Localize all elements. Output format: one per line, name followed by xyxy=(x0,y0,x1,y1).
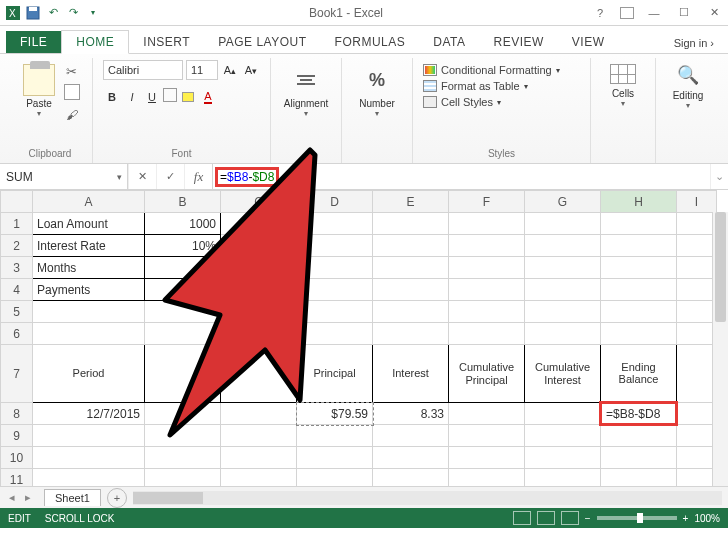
scrollbar-thumb[interactable] xyxy=(715,212,726,322)
redo-icon[interactable]: ↷ xyxy=(64,4,82,22)
cell-D8[interactable]: $79.59 xyxy=(297,403,373,425)
cell-D9[interactable] xyxy=(297,425,373,447)
editing-button[interactable]: Editing ▾ xyxy=(666,60,710,110)
cell-H7[interactable]: Ending Balance xyxy=(601,345,677,403)
cell-G8[interactable] xyxy=(525,403,601,425)
cell-A8[interactable]: 12/7/2015 xyxy=(33,403,145,425)
zoom-slider[interactable] xyxy=(597,516,677,520)
alignment-button[interactable]: Alignment ▾ xyxy=(281,60,331,118)
cell-H3[interactable] xyxy=(601,257,677,279)
cell-H2[interactable] xyxy=(601,235,677,257)
cell-C2[interactable] xyxy=(221,235,297,257)
row-header-7[interactable]: 7 xyxy=(1,345,33,403)
vertical-scrollbar[interactable] xyxy=(712,212,728,486)
cell-B8[interactable] xyxy=(145,403,221,425)
cell-I2[interactable] xyxy=(677,235,717,257)
fill-color-button[interactable] xyxy=(179,88,197,106)
decrease-font-icon[interactable]: A▾ xyxy=(242,61,260,79)
cell-G10[interactable] xyxy=(525,447,601,469)
cell-C1[interactable] xyxy=(221,213,297,235)
cell-C6[interactable] xyxy=(221,323,297,345)
col-header-A[interactable]: A xyxy=(33,191,145,213)
col-header-C[interactable]: C xyxy=(221,191,297,213)
cell-D3[interactable] xyxy=(297,257,373,279)
cell-C10[interactable] xyxy=(221,447,297,469)
row-header-2[interactable]: 2 xyxy=(1,235,33,257)
cell-I7[interactable] xyxy=(677,345,717,403)
cell-D5[interactable] xyxy=(297,301,373,323)
copy-icon[interactable] xyxy=(66,86,80,100)
italic-button[interactable]: I xyxy=(123,88,141,106)
cell-E10[interactable] xyxy=(373,447,449,469)
cell-A6[interactable] xyxy=(33,323,145,345)
cell-G4[interactable] xyxy=(525,279,601,301)
cell-B11[interactable] xyxy=(145,469,221,487)
row-header-3[interactable]: 3 xyxy=(1,257,33,279)
cell-I4[interactable] xyxy=(677,279,717,301)
undo-icon[interactable]: ↶ xyxy=(44,4,62,22)
insert-function-button[interactable]: fx xyxy=(184,164,212,189)
cell-C7[interactable] xyxy=(221,345,297,403)
col-header-E[interactable]: E xyxy=(373,191,449,213)
cell-I10[interactable] xyxy=(677,447,717,469)
cell-F1[interactable] xyxy=(449,213,525,235)
cell-F2[interactable] xyxy=(449,235,525,257)
cell-C4[interactable] xyxy=(221,279,297,301)
format-as-table-button[interactable]: Format as Table ▾ xyxy=(423,80,528,92)
tab-home[interactable]: HOME xyxy=(61,30,129,54)
cell-I1[interactable] xyxy=(677,213,717,235)
select-all-corner[interactable] xyxy=(1,191,33,213)
cell-C5[interactable] xyxy=(221,301,297,323)
cell-F3[interactable] xyxy=(449,257,525,279)
cell-C9[interactable] xyxy=(221,425,297,447)
cell-B4[interactable] xyxy=(145,279,221,301)
worksheet-grid[interactable]: A B C D E F G H I 1 Loan Amount 1000 2 I… xyxy=(0,190,728,486)
underline-button[interactable]: U xyxy=(143,88,161,106)
cell-A4[interactable]: Payments xyxy=(33,279,145,301)
cell-I6[interactable] xyxy=(677,323,717,345)
col-header-B[interactable]: B xyxy=(145,191,221,213)
cell-I5[interactable] xyxy=(677,301,717,323)
formula-input[interactable]: =$B8-$D8 xyxy=(213,164,710,189)
cell-I8[interactable] xyxy=(677,403,717,425)
cell-A3[interactable]: Months xyxy=(33,257,145,279)
cell-G6[interactable] xyxy=(525,323,601,345)
save-icon[interactable] xyxy=(24,4,42,22)
row-header-10[interactable]: 10 xyxy=(1,447,33,469)
new-sheet-button[interactable]: + xyxy=(107,488,127,508)
cell-F8[interactable] xyxy=(449,403,525,425)
cell-E6[interactable] xyxy=(373,323,449,345)
cell-F7[interactable]: Cumulative Principal xyxy=(449,345,525,403)
tab-file[interactable]: FILE xyxy=(6,31,61,53)
cell-H6[interactable] xyxy=(601,323,677,345)
cell-E7[interactable]: Interest xyxy=(373,345,449,403)
cell-H1[interactable] xyxy=(601,213,677,235)
increase-font-icon[interactable]: A▴ xyxy=(221,61,239,79)
sheet-tab-sheet1[interactable]: Sheet1 xyxy=(44,489,101,506)
row-header-8[interactable]: 8 xyxy=(1,403,33,425)
cell-H4[interactable] xyxy=(601,279,677,301)
expand-formula-bar-button[interactable]: ⌄ xyxy=(710,164,728,189)
scrollbar-thumb[interactable] xyxy=(133,492,203,504)
cell-I11[interactable] xyxy=(677,469,717,487)
cell-H11[interactable] xyxy=(601,469,677,487)
cell-A5[interactable] xyxy=(33,301,145,323)
cell-D11[interactable] xyxy=(297,469,373,487)
cell-E1[interactable] xyxy=(373,213,449,235)
cell-G11[interactable] xyxy=(525,469,601,487)
number-button[interactable]: % Number ▾ xyxy=(352,60,402,118)
cell-H5[interactable] xyxy=(601,301,677,323)
cell-F11[interactable] xyxy=(449,469,525,487)
font-color-button[interactable]: A xyxy=(199,88,217,106)
cancel-formula-button[interactable]: ✕ xyxy=(128,164,156,189)
cell-F5[interactable] xyxy=(449,301,525,323)
conditional-formatting-button[interactable]: Conditional Formatting ▾ xyxy=(423,64,560,76)
tab-data[interactable]: DATA xyxy=(419,31,479,53)
cell-styles-button[interactable]: Cell Styles ▾ xyxy=(423,96,501,108)
zoom-in-button[interactable]: + xyxy=(683,513,689,524)
cell-C11[interactable] xyxy=(221,469,297,487)
ribbon-options-button[interactable] xyxy=(620,7,634,19)
cell-E9[interactable] xyxy=(373,425,449,447)
cell-H9[interactable] xyxy=(601,425,677,447)
name-box[interactable]: SUM xyxy=(0,164,128,189)
